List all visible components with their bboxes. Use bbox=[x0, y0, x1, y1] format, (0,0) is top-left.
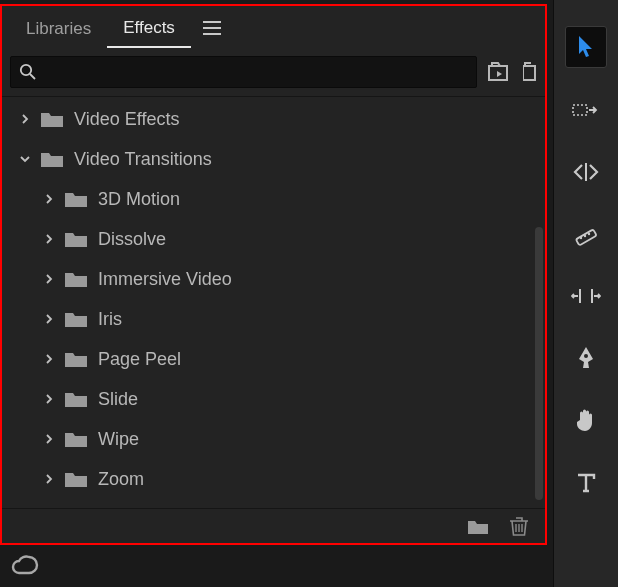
tree-row[interactable]: Page Peel bbox=[2, 339, 545, 379]
chevron-right-icon[interactable] bbox=[40, 233, 58, 245]
tree-row[interactable]: 3D Motion bbox=[2, 179, 545, 219]
tree-row[interactable]: Slide bbox=[2, 379, 545, 419]
tree-row[interactable]: Dissolve bbox=[2, 219, 545, 259]
search-icon bbox=[19, 63, 37, 81]
folder-icon bbox=[64, 190, 88, 208]
tree-row-label: Video Transitions bbox=[74, 149, 212, 170]
tree-row[interactable]: Immersive Video bbox=[2, 259, 545, 299]
tree-row-label: Video Effects bbox=[74, 109, 179, 130]
pen-tool[interactable] bbox=[566, 338, 606, 378]
chevron-right-icon[interactable] bbox=[40, 313, 58, 325]
svg-line-1 bbox=[30, 74, 35, 79]
folder-icon bbox=[64, 310, 88, 328]
svg-rect-4 bbox=[573, 105, 587, 115]
chevron-down-icon[interactable] bbox=[16, 153, 34, 165]
tree-row-label: Zoom bbox=[98, 469, 144, 490]
chevron-right-icon[interactable] bbox=[40, 273, 58, 285]
tab-libraries[interactable]: Libraries bbox=[10, 9, 107, 47]
tree-row-label: Dissolve bbox=[98, 229, 166, 250]
slip-tool[interactable] bbox=[566, 276, 606, 316]
svg-point-7 bbox=[580, 237, 582, 239]
panel-footer bbox=[2, 508, 545, 543]
svg-rect-3 bbox=[523, 66, 535, 80]
chevron-right-icon[interactable] bbox=[40, 353, 58, 365]
hand-tool[interactable] bbox=[566, 400, 606, 440]
chevron-right-icon[interactable] bbox=[40, 393, 58, 405]
tree-row-label: Iris bbox=[98, 309, 122, 330]
chevron-right-icon[interactable] bbox=[16, 113, 34, 125]
svg-point-12 bbox=[584, 354, 588, 358]
effects-tree: Video EffectsVideo Transitions3D MotionD… bbox=[2, 96, 545, 508]
folder-icon bbox=[64, 270, 88, 288]
track-select-tool[interactable] bbox=[566, 90, 606, 130]
type-tool[interactable] bbox=[566, 462, 606, 502]
folder-icon bbox=[64, 430, 88, 448]
trash-icon[interactable] bbox=[509, 515, 529, 537]
svg-point-8 bbox=[584, 235, 586, 237]
tree-row-label: 3D Motion bbox=[98, 189, 180, 210]
effects-panel: Libraries Effects Video EffectsVideo Tra… bbox=[0, 4, 547, 545]
tree-row-label: Slide bbox=[98, 389, 138, 410]
scrollbar[interactable] bbox=[535, 227, 543, 500]
tree-row[interactable]: Zoom bbox=[2, 459, 545, 499]
tree-row[interactable]: Video Effects bbox=[2, 99, 545, 139]
folder-icon bbox=[64, 470, 88, 488]
tab-effects[interactable]: Effects bbox=[107, 8, 191, 48]
panel-menu-icon[interactable] bbox=[197, 15, 227, 41]
svg-point-0 bbox=[21, 65, 31, 75]
creative-cloud-icon[interactable] bbox=[10, 553, 40, 579]
tree-row[interactable]: Iris bbox=[2, 299, 545, 339]
folder-icon bbox=[64, 230, 88, 248]
new-bin-icon[interactable] bbox=[467, 517, 489, 535]
panel-tabs: Libraries Effects bbox=[2, 6, 545, 50]
tree-row-label: Wipe bbox=[98, 429, 139, 450]
chevron-right-icon[interactable] bbox=[40, 433, 58, 445]
selection-tool[interactable] bbox=[565, 26, 607, 68]
search-input[interactable] bbox=[43, 63, 468, 81]
svg-rect-6 bbox=[576, 229, 597, 245]
svg-point-9 bbox=[588, 233, 590, 235]
folder-icon bbox=[64, 390, 88, 408]
chevron-right-icon[interactable] bbox=[40, 473, 58, 485]
extra-icon[interactable] bbox=[523, 61, 537, 83]
search-row bbox=[2, 50, 545, 96]
folder-icon bbox=[64, 350, 88, 368]
tree-row[interactable]: Video Transitions bbox=[2, 139, 545, 179]
razor-tool[interactable] bbox=[566, 214, 606, 254]
chevron-right-icon[interactable] bbox=[40, 193, 58, 205]
folder-icon bbox=[40, 110, 64, 128]
search-box[interactable] bbox=[10, 56, 477, 88]
tree-row[interactable]: Wipe bbox=[2, 419, 545, 459]
preset-bin-icon[interactable] bbox=[487, 61, 513, 83]
tree-row-label: Immersive Video bbox=[98, 269, 232, 290]
ripple-edit-tool[interactable] bbox=[566, 152, 606, 192]
tools-toolbar bbox=[553, 0, 618, 587]
tree-row-label: Page Peel bbox=[98, 349, 181, 370]
folder-icon bbox=[40, 150, 64, 168]
